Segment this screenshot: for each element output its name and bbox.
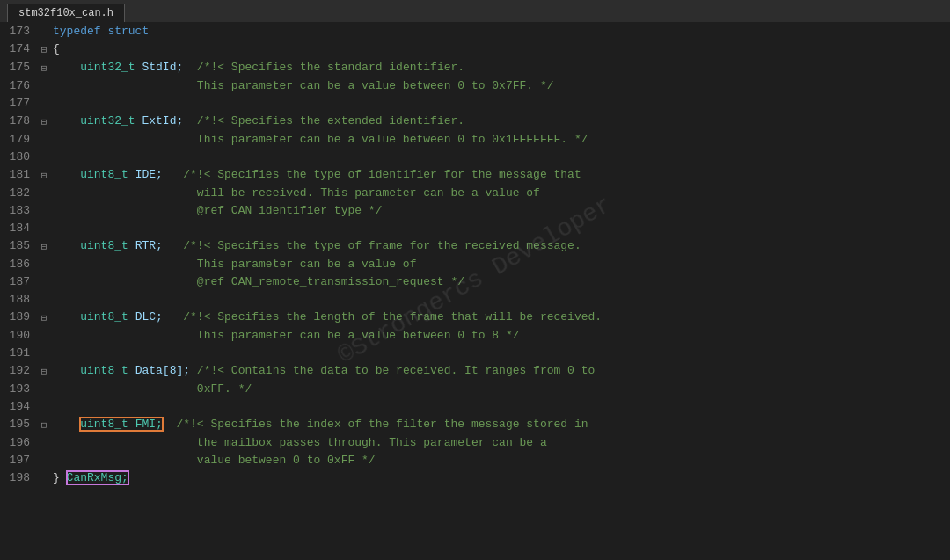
code-line: 183 @ref CAN_identifier_type */ bbox=[0, 202, 950, 220]
code-token: typedef struct bbox=[53, 25, 149, 38]
fold-indicator[interactable]: ⊟ bbox=[37, 416, 51, 434]
code-line: 184 bbox=[0, 220, 950, 237]
fold-indicator[interactable]: ⊟ bbox=[37, 237, 51, 256]
code-content: This parameter can be a value between 0 … bbox=[51, 77, 950, 95]
code-token: @ref CAN_remote_transmission_request */ bbox=[53, 275, 464, 288]
fold-indicator[interactable]: ⊟ bbox=[37, 40, 51, 59]
code-content: uint32_t StdId; /*!< Specifies the stand… bbox=[51, 59, 950, 76]
code-content: This parameter can be a value between 0 … bbox=[51, 327, 950, 345]
code-line: 185⊟ uint8_t RTR; /*!< Specifies the typ… bbox=[0, 237, 950, 256]
code-token: 0xFF. */ bbox=[53, 382, 252, 396]
code-token: RTR; bbox=[135, 239, 184, 252]
line-number: 174 bbox=[0, 40, 37, 58]
code-line: 182 will be received. This parameter can… bbox=[0, 185, 950, 202]
code-content: 0xFF. */ bbox=[51, 381, 950, 398]
code-token: /*!< Specifies the standard identifier. bbox=[197, 61, 464, 74]
code-line: 187 @ref CAN_remote_transmission_request… bbox=[0, 273, 950, 291]
code-token: /*!< Specifies the length of the frame t… bbox=[183, 310, 602, 324]
code-content: typedef struct bbox=[51, 23, 950, 40]
code-line: 193 0xFF. */ bbox=[0, 381, 950, 398]
line-number: 193 bbox=[0, 381, 37, 398]
code-content: uint8_t Data[8]; /*!< Contains the data … bbox=[51, 362, 950, 380]
line-number: 176 bbox=[0, 77, 37, 95]
code-line: 197 value between 0 to 0xFF */ bbox=[0, 452, 950, 469]
code-token: DLC; bbox=[135, 310, 184, 324]
fold-indicator[interactable]: ⊟ bbox=[37, 59, 51, 77]
fold-indicator bbox=[37, 398, 51, 399]
line-number: 182 bbox=[0, 185, 37, 202]
code-line: 194 bbox=[0, 398, 950, 416]
code-line: 178⊟ uint32_t ExtId; /*!< Specifies the … bbox=[0, 113, 950, 131]
code-content: the mailbox passes through. This paramet… bbox=[51, 434, 950, 452]
tab-bar: stm32f10x_can.h bbox=[0, 0, 950, 23]
code-content: uint8_t DLC; /*!< Specifies the length o… bbox=[51, 309, 950, 326]
code-line: 179 This parameter can be a value betwee… bbox=[0, 131, 950, 149]
code-token: /*!< Specifies the type of frame for the… bbox=[183, 239, 581, 252]
line-number: 190 bbox=[0, 327, 37, 345]
code-line: 174⊟{ bbox=[0, 40, 950, 59]
code-line: 176 This parameter can be a value betwee… bbox=[0, 77, 950, 95]
code-content: { bbox=[51, 40, 950, 58]
code-token: @ref CAN_identifier_type */ bbox=[53, 204, 382, 217]
line-number: 189 bbox=[0, 309, 37, 326]
code-token: This parameter can be a value between 0 … bbox=[53, 133, 588, 146]
code-line: 180 bbox=[0, 149, 950, 166]
line-number: 185 bbox=[0, 237, 37, 255]
code-token: uint8_t bbox=[53, 168, 135, 181]
fold-indicator[interactable]: ⊟ bbox=[37, 362, 51, 381]
fold-indicator bbox=[37, 149, 51, 149]
code-token: Data[8]; bbox=[135, 364, 190, 377]
line-number: 194 bbox=[0, 398, 37, 416]
code-token: the mailbox passes through. This paramet… bbox=[53, 436, 547, 449]
code-line: 188 bbox=[0, 291, 950, 309]
fold-indicator[interactable]: ⊟ bbox=[37, 166, 51, 185]
fold-indicator bbox=[37, 23, 51, 24]
code-content: uint8_t FMI; /*!< Specifies the index of… bbox=[51, 416, 950, 433]
code-line: 198} CanRxMsg; bbox=[0, 469, 950, 487]
fold-indicator bbox=[37, 291, 51, 292]
fold-indicator bbox=[37, 273, 51, 274]
line-number: 188 bbox=[0, 291, 37, 309]
code-token: } bbox=[53, 471, 67, 484]
code-token: uint8_t bbox=[53, 310, 135, 324]
code-line: 177 bbox=[0, 95, 950, 113]
fold-indicator bbox=[37, 185, 51, 185]
code-token: /*!< Specifies the extended identifier. bbox=[197, 114, 464, 127]
code-line: 173typedef struct bbox=[0, 23, 950, 40]
code-token: will be received. This parameter can be … bbox=[53, 186, 540, 200]
code-token: { bbox=[53, 42, 60, 55]
code-content: value between 0 to 0xFF */ bbox=[51, 452, 950, 469]
code-content: This parameter can be a value of bbox=[51, 256, 950, 273]
fold-indicator bbox=[37, 95, 51, 96]
line-number: 196 bbox=[0, 434, 37, 452]
highlighted-token-purple: CanRxMsg; bbox=[67, 471, 128, 484]
line-number: 183 bbox=[0, 202, 37, 220]
code-token: uint8_t bbox=[53, 239, 135, 252]
code-line: 190 This parameter can be a value betwee… bbox=[0, 327, 950, 345]
line-number: 192 bbox=[0, 362, 37, 380]
line-number: 173 bbox=[0, 23, 37, 40]
fold-indicator[interactable]: ⊟ bbox=[37, 113, 51, 131]
line-number: 179 bbox=[0, 131, 37, 149]
code-token: /*!< Specifies the index of the filter t… bbox=[163, 418, 588, 431]
fold-indicator bbox=[37, 381, 51, 382]
fold-indicator[interactable]: ⊟ bbox=[37, 309, 51, 327]
code-line: 196 the mailbox passes through. This par… bbox=[0, 434, 950, 452]
code-line: 191 bbox=[0, 345, 950, 362]
code-line: 189⊟ uint8_t DLC; /*!< Specifies the len… bbox=[0, 309, 950, 327]
code-token: This parameter can be a value of bbox=[53, 258, 416, 271]
line-number: 178 bbox=[0, 113, 37, 130]
line-number: 198 bbox=[0, 469, 37, 487]
code-content: @ref CAN_remote_transmission_request */ bbox=[51, 273, 950, 291]
line-number: 186 bbox=[0, 256, 37, 273]
file-tab[interactable]: stm32f10x_can.h bbox=[7, 4, 125, 22]
code-area: 173typedef struct174⊟{175⊟ uint32_t StdI… bbox=[0, 23, 950, 487]
line-number: 180 bbox=[0, 149, 37, 166]
fold-indicator bbox=[37, 131, 51, 132]
code-token: uint32_t bbox=[53, 114, 142, 127]
line-number: 184 bbox=[0, 220, 37, 237]
fold-indicator bbox=[37, 434, 51, 435]
code-line: 186 This parameter can be a value of bbox=[0, 256, 950, 273]
code-token: uint32_t bbox=[53, 61, 142, 74]
code-content: uint32_t ExtId; /*!< Specifies the exten… bbox=[51, 113, 950, 130]
